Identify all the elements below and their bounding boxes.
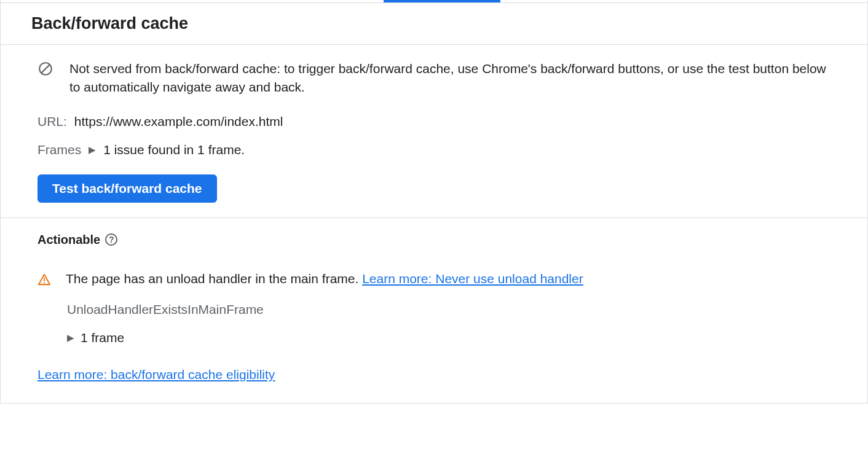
frames-row[interactable]: Frames ▶ 1 issue found in 1 frame. bbox=[37, 143, 831, 157]
panel-title: Back/forward cache bbox=[31, 14, 837, 33]
frames-summary: 1 issue found in 1 frame. bbox=[103, 143, 245, 157]
frames-label: Frames bbox=[37, 143, 81, 157]
issue-frame-count: 1 frame bbox=[81, 330, 124, 345]
status-message: Not served from back/forward cache: to t… bbox=[69, 60, 831, 97]
warning-icon bbox=[37, 273, 51, 286]
disclosure-triangle-icon[interactable]: ▶ bbox=[89, 144, 96, 155]
eligibility-learn-more-link[interactable]: Learn more: back/forward cache eligibili… bbox=[37, 367, 275, 381]
actionable-heading: Actionable bbox=[37, 233, 100, 247]
eligibility-link-row: Learn more: back/forward cache eligibili… bbox=[37, 367, 831, 382]
issue-code: UnloadHandlerExistsInMainFrame bbox=[67, 302, 831, 317]
actionable-heading-row: Actionable ? bbox=[37, 233, 831, 247]
issue-learn-more-link[interactable]: Learn more: Never use unload handler bbox=[362, 271, 583, 286]
svg-rect-0 bbox=[44, 278, 45, 281]
help-icon[interactable]: ? bbox=[105, 233, 117, 246]
not-allowed-icon bbox=[37, 61, 53, 77]
issue-row: The page has an unload handler in the ma… bbox=[37, 271, 831, 286]
disclosure-triangle-icon[interactable]: ▶ bbox=[67, 332, 74, 343]
url-value: https://www.example.com/index.html bbox=[74, 114, 283, 129]
issue-description: The page has an unload handler in the ma… bbox=[66, 271, 362, 286]
svg-rect-1 bbox=[44, 282, 45, 283]
status-section: Not served from back/forward cache: to t… bbox=[1, 45, 867, 218]
actionable-section: Actionable ? The page has an unload hand… bbox=[1, 218, 867, 403]
status-row: Not served from back/forward cache: to t… bbox=[37, 60, 831, 97]
issue-text-wrap: The page has an unload handler in the ma… bbox=[66, 271, 583, 286]
bfcache-panel: Back/forward cache Not served from back/… bbox=[0, 0, 868, 404]
url-label: URL: bbox=[37, 114, 67, 129]
panel-header: Back/forward cache bbox=[1, 3, 867, 45]
test-bfcache-button[interactable]: Test back/forward cache bbox=[37, 174, 217, 203]
issue-frame-row[interactable]: ▶ 1 frame bbox=[67, 330, 831, 345]
url-row: URL: https://www.example.com/index.html bbox=[37, 114, 831, 129]
